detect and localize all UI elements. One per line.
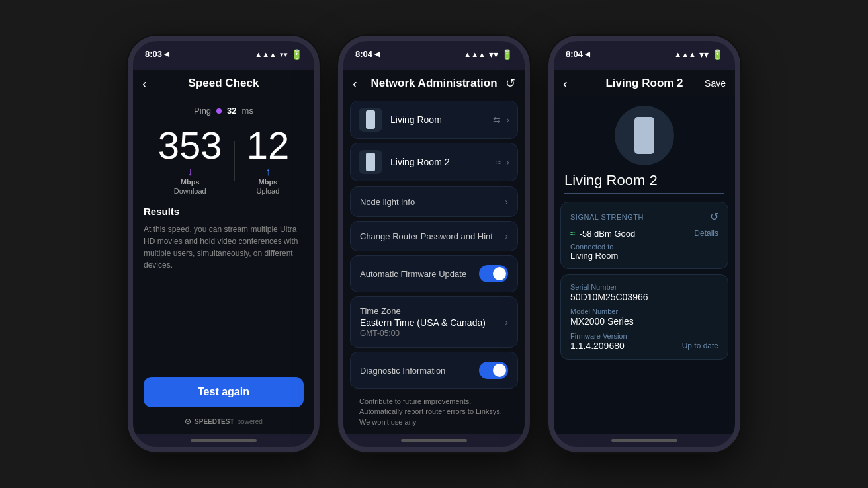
ping-value: 32 bbox=[227, 106, 236, 116]
signal-card-title: Signal Strength bbox=[570, 213, 644, 221]
serial-value: 50D10M25C03966 bbox=[570, 292, 718, 302]
speedtest-powered: powered bbox=[238, 418, 263, 425]
nav-bar-1: ‹ Speed Check bbox=[133, 70, 314, 97]
wifi-icon-3: ▾▾ bbox=[699, 49, 709, 60]
status-time-1: 8:03 ◀ bbox=[145, 49, 169, 59]
menu-item-firmware-update[interactable]: Automatic Firmware Update bbox=[350, 255, 518, 292]
signal-strength-card: Signal Strength ↺ ≈ -58 dBm Good Details… bbox=[560, 202, 728, 269]
home-indicator-3 bbox=[554, 434, 735, 447]
nav-bar-2: ‹ Network Administration ↺ bbox=[343, 70, 525, 97]
diagnostic-label: Diagnostic Information bbox=[360, 366, 445, 376]
diagnostic-description: Contribute to future improvements. Autom… bbox=[350, 393, 518, 434]
device-hero bbox=[554, 97, 735, 172]
phone-living-room-2: 8:04 ◀ ▲▲▲ ▾▾ 🔋 ‹ Living Room 2 Save Liv… bbox=[548, 36, 740, 452]
status-time-2: 8:04 ◀ bbox=[355, 49, 380, 59]
home-bar-2 bbox=[401, 439, 467, 442]
serial-number-row: Serial Number 50D10M25C03966 bbox=[570, 283, 718, 302]
device-name-section: Living Room 2 bbox=[554, 172, 735, 202]
signal-refresh-icon[interactable]: ↺ bbox=[710, 210, 718, 223]
speedtest-logo: SPEEDTEST bbox=[195, 418, 234, 425]
timezone-sub: GMT-05:00 bbox=[360, 329, 486, 338]
results-title: Results bbox=[144, 206, 304, 217]
status-icons-2: ▲▲▲ ▾▾ 🔋 bbox=[464, 49, 513, 60]
ping-dot-icon bbox=[216, 108, 222, 114]
save-button[interactable]: Save bbox=[705, 78, 726, 89]
wifi-signal-icon: ≈ bbox=[570, 228, 576, 239]
node-status-icon-1: ⇆ bbox=[493, 114, 501, 125]
signal-bars-1: ▲▲▲ bbox=[255, 50, 277, 58]
node-icon-2 bbox=[359, 150, 382, 174]
connected-to-value: Living Room bbox=[570, 251, 718, 261]
node-name-2: Living Room 2 bbox=[390, 157, 496, 167]
home-bar-3 bbox=[611, 439, 677, 442]
speedtest-footer: ⊙ SPEEDTEST powered bbox=[133, 417, 314, 434]
ping-label: Ping bbox=[194, 106, 211, 116]
results-section: Results At this speed, you can stream mu… bbox=[133, 195, 314, 372]
ping-unit: ms bbox=[242, 106, 253, 116]
upload-label: Upload bbox=[256, 187, 279, 195]
firmware-toggle[interactable] bbox=[479, 265, 508, 282]
home-indicator-2 bbox=[343, 434, 525, 447]
download-value: 353 bbox=[158, 126, 222, 165]
refresh-button[interactable]: ↺ bbox=[505, 76, 515, 91]
status-icons-1: ▲▲▲ ▾▾ 🔋 bbox=[255, 49, 302, 60]
status-icons-3: ▲▲▲ ▾▾ 🔋 bbox=[674, 49, 723, 60]
menu-chevron-node-light: › bbox=[505, 196, 508, 207]
menu-item-diagnostic[interactable]: Diagnostic Information bbox=[350, 352, 518, 389]
wifi-icon-2: ▾▾ bbox=[489, 49, 498, 60]
test-again-button[interactable]: Test again bbox=[144, 377, 304, 407]
device-info-card: Serial Number 50D10M25C03966 Model Numbe… bbox=[560, 274, 728, 360]
status-time-3: 8:04 ◀ bbox=[566, 49, 590, 59]
model-value: MX2000 Series bbox=[570, 316, 718, 327]
menu-label-firmware: Automatic Firmware Update bbox=[360, 269, 466, 279]
firmware-label: Firmware Version bbox=[570, 332, 718, 340]
signal-bars-2: ▲▲▲ bbox=[464, 50, 486, 58]
serial-label: Serial Number bbox=[570, 283, 718, 291]
device-router-icon bbox=[634, 117, 654, 154]
model-label: Model Number bbox=[570, 307, 718, 315]
speed-check-screen: ‹ Speed Check Ping 32 ms 353 ↓ Mbps Down… bbox=[133, 70, 314, 434]
location-icon-2: ◀ bbox=[374, 50, 380, 58]
back-button-2[interactable]: ‹ bbox=[353, 76, 357, 91]
back-button-1[interactable]: ‹ bbox=[142, 76, 147, 91]
router-shape-icon-1 bbox=[366, 110, 375, 129]
page-title-1: Speed Check bbox=[189, 77, 259, 90]
living-room-2-screen: ‹ Living Room 2 Save Living Room 2 Signa… bbox=[554, 70, 735, 434]
firmware-value: 1.1.4.209680 bbox=[570, 341, 625, 351]
download-block: 353 ↓ Mbps Download bbox=[158, 126, 222, 195]
speed-divider bbox=[234, 141, 235, 181]
device-name-input[interactable]: Living Room 2 bbox=[564, 172, 724, 194]
signal-bars-3: ▲▲▲ bbox=[674, 50, 696, 58]
model-number-row: Model Number MX2000 Series bbox=[570, 307, 718, 327]
upload-block: 12 ↑ Mbps Upload bbox=[247, 126, 290, 195]
download-label: Download bbox=[174, 187, 206, 195]
timezone-value: Eastern Time (USA & Canada) bbox=[360, 317, 486, 328]
signal-card-header: Signal Strength ↺ bbox=[570, 210, 718, 223]
menu-chevron-change-password: › bbox=[505, 231, 508, 241]
diagnostic-toggle[interactable] bbox=[479, 362, 508, 379]
timezone-label: Time Zone bbox=[360, 306, 486, 316]
results-text: At this speed, you can stream multiple U… bbox=[144, 224, 304, 271]
status-bar-2: 8:04 ◀ ▲▲▲ ▾▾ 🔋 bbox=[343, 41, 525, 70]
phone-network-admin: 8:04 ◀ ▲▲▲ ▾▾ 🔋 ‹ Network Administration… bbox=[338, 36, 530, 452]
page-title-3: Living Room 2 bbox=[605, 77, 683, 90]
menu-item-change-password[interactable]: Change Router Password and Hint › bbox=[350, 221, 518, 251]
firmware-row: Firmware Version 1.1.4.209680 Up to date bbox=[570, 332, 718, 351]
node-wifi-icon: ≈ bbox=[496, 157, 501, 167]
device-icon-circle bbox=[615, 106, 674, 165]
back-button-3[interactable]: ‹ bbox=[563, 76, 568, 91]
node-item-living-room-2[interactable]: Living Room 2 ≈ › bbox=[350, 143, 518, 181]
speed-row: 353 ↓ Mbps Download 12 ↑ Mbps Upload bbox=[133, 126, 314, 195]
wifi-icon-1: ▾▾ bbox=[280, 50, 288, 59]
battery-icon-1: 🔋 bbox=[291, 49, 302, 60]
menu-item-timezone[interactable]: Time Zone Eastern Time (USA & Canada) GM… bbox=[350, 296, 518, 348]
battery-icon-2: 🔋 bbox=[501, 49, 513, 60]
menu-item-node-light[interactable]: Node light info › bbox=[350, 186, 518, 217]
status-bar-1: 8:03 ◀ ▲▲▲ ▾▾ 🔋 bbox=[133, 41, 314, 70]
node-item-living-room[interactable]: Living Room ⇆ › bbox=[350, 101, 518, 139]
home-indicator-1 bbox=[133, 434, 314, 447]
menu-label-change-password: Change Router Password and Hint bbox=[360, 231, 493, 241]
node-icon-1 bbox=[359, 108, 382, 132]
firmware-value-row: 1.1.4.209680 Up to date bbox=[570, 340, 718, 351]
details-link[interactable]: Details bbox=[694, 229, 718, 238]
